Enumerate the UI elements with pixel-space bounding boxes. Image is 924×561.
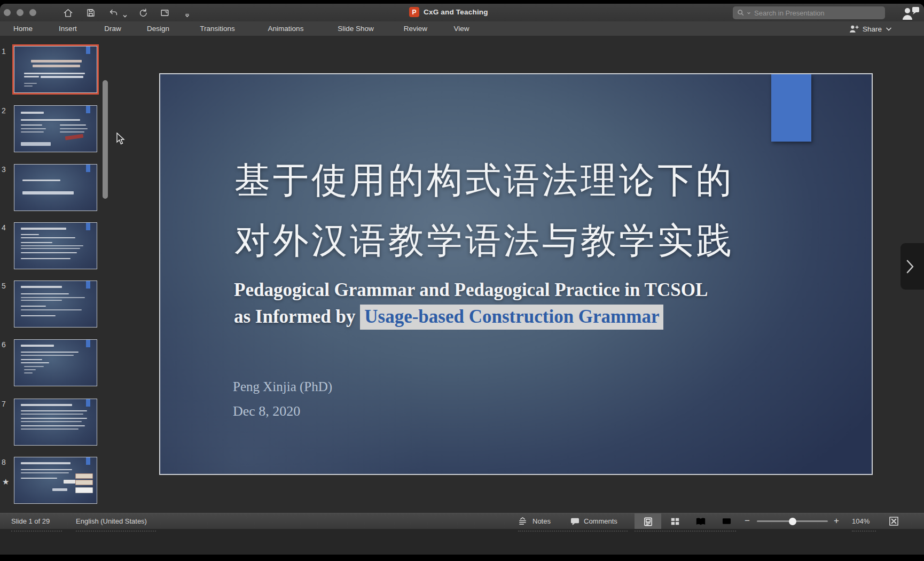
thumb-art-line bbox=[21, 124, 42, 126]
ribbon-tabbar: Home Insert Draw Design Transitions Anim… bbox=[0, 21, 924, 36]
thumb-art-line bbox=[21, 359, 42, 360]
reflection-artifact bbox=[852, 531, 876, 534]
bottom-filler bbox=[0, 529, 924, 555]
slide-counter[interactable]: Slide 1 of 29 bbox=[11, 513, 50, 529]
tab-slide-show[interactable]: Slide Show bbox=[332, 21, 380, 36]
thumb-art-line bbox=[21, 297, 85, 298]
tab-review[interactable]: Review bbox=[400, 21, 431, 36]
tab-view[interactable]: View bbox=[451, 21, 472, 36]
close-window-button[interactable] bbox=[4, 9, 11, 16]
subtitle-line2-prefix: as Informed by bbox=[234, 306, 360, 327]
thumb-art-scribble bbox=[65, 134, 84, 141]
notes-button[interactable]: Notes bbox=[533, 513, 551, 529]
minimize-window-button[interactable] bbox=[17, 9, 24, 16]
next-slide-button[interactable] bbox=[900, 243, 924, 290]
document-title-group: P CxG and Teaching bbox=[409, 7, 488, 17]
undo-dropdown-caret[interactable] bbox=[122, 11, 128, 15]
tab-home[interactable]: Home bbox=[9, 21, 37, 36]
notes-icon bbox=[518, 517, 528, 526]
customize-toolbar-caret[interactable] bbox=[184, 11, 190, 15]
tab-transitions[interactable]: Transitions bbox=[194, 21, 240, 36]
reflection-artifact bbox=[76, 531, 156, 534]
slide-thumbnail-8[interactable] bbox=[14, 457, 97, 504]
zoom-out-button[interactable]: − bbox=[745, 513, 750, 529]
thumb-art-line bbox=[21, 428, 79, 430]
slide-canvas[interactable]: 基于使用的构式语法理论下的 对外汉语教学语法与教学实践 Pedagogical … bbox=[159, 73, 873, 475]
thumb-art-line bbox=[21, 362, 49, 363]
thumb-number-1: 1 bbox=[2, 47, 11, 56]
thumb-art-line bbox=[21, 228, 66, 230]
search-input[interactable] bbox=[753, 9, 881, 18]
reading-view-button[interactable] bbox=[693, 513, 708, 529]
thumb-art-line bbox=[52, 488, 67, 491]
search-scope-caret[interactable] bbox=[747, 11, 751, 15]
slideshow-view-button[interactable] bbox=[719, 513, 734, 529]
slide-sorter-view-button[interactable] bbox=[668, 513, 683, 529]
reflection-artifact bbox=[635, 531, 736, 534]
slide-thumbnail-3[interactable] bbox=[14, 164, 97, 211]
language-indicator[interactable]: English (United States) bbox=[76, 513, 147, 529]
zoom-slider-knob[interactable] bbox=[789, 518, 796, 525]
thumb-art-line bbox=[60, 128, 88, 129]
redo-icon[interactable] bbox=[137, 7, 149, 19]
thumb-art-line bbox=[41, 76, 83, 78]
fit-to-window-icon[interactable] bbox=[889, 516, 898, 526]
thumb-art-line bbox=[21, 345, 54, 347]
slide-thumbnail-1[interactable] bbox=[14, 46, 97, 93]
thumb-art-box bbox=[75, 480, 93, 485]
slide-thumbnail-6[interactable] bbox=[14, 339, 97, 386]
undo-icon[interactable] bbox=[107, 7, 119, 19]
thumb-art-line bbox=[21, 462, 70, 464]
thumb-accent-shape bbox=[86, 399, 90, 407]
zoom-percentage[interactable]: 104% bbox=[852, 513, 870, 529]
reflection-artifact bbox=[11, 531, 62, 534]
comments-icon bbox=[570, 517, 580, 526]
thumb-number-5: 5 bbox=[2, 282, 11, 290]
normal-view-button[interactable] bbox=[635, 513, 661, 529]
tab-insert[interactable]: Insert bbox=[56, 21, 80, 36]
thumb-art-line bbox=[21, 242, 52, 243]
search-field[interactable] bbox=[733, 6, 885, 19]
thumb-art-line bbox=[24, 366, 44, 367]
document-title: CxG and Teaching bbox=[424, 8, 488, 16]
window-view-icon[interactable] bbox=[159, 7, 170, 19]
thumb-number-4: 4 bbox=[2, 223, 11, 232]
slide-author[interactable]: Peng Xinjia (PhD) bbox=[233, 379, 332, 394]
slide-subtitle[interactable]: Pedagogical Grammar and Pedagogical Prac… bbox=[234, 277, 837, 330]
thumb-art-line bbox=[21, 128, 45, 129]
zoom-window-button[interactable] bbox=[29, 9, 36, 16]
thumb-art-line bbox=[21, 248, 80, 249]
thumb-art-box bbox=[75, 487, 93, 493]
comments-button[interactable]: Comments bbox=[584, 513, 617, 529]
slide-thumbnail-4[interactable] bbox=[14, 222, 97, 269]
slide-thumbnail-5[interactable] bbox=[14, 280, 97, 328]
share-caret-icon[interactable] bbox=[886, 27, 892, 32]
share-button[interactable]: Share bbox=[849, 21, 892, 36]
thumb-art-line bbox=[60, 124, 86, 126]
thumb-art-line bbox=[24, 73, 85, 74]
presence-person-chat-icon[interactable] bbox=[902, 6, 920, 20]
thumb-art-line bbox=[21, 309, 82, 310]
slide-date[interactable]: Dec 8, 2020 bbox=[233, 403, 300, 419]
slideshow-icon bbox=[722, 517, 732, 526]
thumb-art-line bbox=[60, 131, 84, 133]
thumb-art-line bbox=[21, 418, 87, 419]
home-quick-icon[interactable] bbox=[62, 7, 74, 19]
chevron-right-icon bbox=[905, 259, 915, 275]
save-icon[interactable] bbox=[85, 7, 97, 19]
zoom-in-button[interactable]: + bbox=[834, 513, 839, 529]
thumb-number-6: 6 bbox=[2, 340, 11, 349]
powerpoint-app-icon: P bbox=[409, 7, 419, 17]
thumb-number-3: 3 bbox=[2, 165, 11, 174]
tab-draw[interactable]: Draw bbox=[101, 21, 124, 36]
slide-thumbnail-2[interactable] bbox=[14, 105, 97, 152]
slide-accent-rectangle[interactable] bbox=[771, 74, 811, 142]
tab-animations[interactable]: Animations bbox=[263, 21, 309, 36]
thumb-art-line bbox=[21, 286, 62, 288]
tab-design[interactable]: Design bbox=[143, 21, 174, 36]
thumbnail-panel-scrollbar[interactable] bbox=[103, 80, 108, 199]
thumb-accent-shape bbox=[86, 106, 90, 113]
slide-title-line2: 对外汉语教学语法与教学实践 bbox=[234, 211, 811, 271]
slide-title[interactable]: 基于使用的构式语法理论下的 对外汉语教学语法与教学实践 bbox=[234, 150, 811, 271]
slide-thumbnail-7[interactable] bbox=[14, 399, 97, 446]
